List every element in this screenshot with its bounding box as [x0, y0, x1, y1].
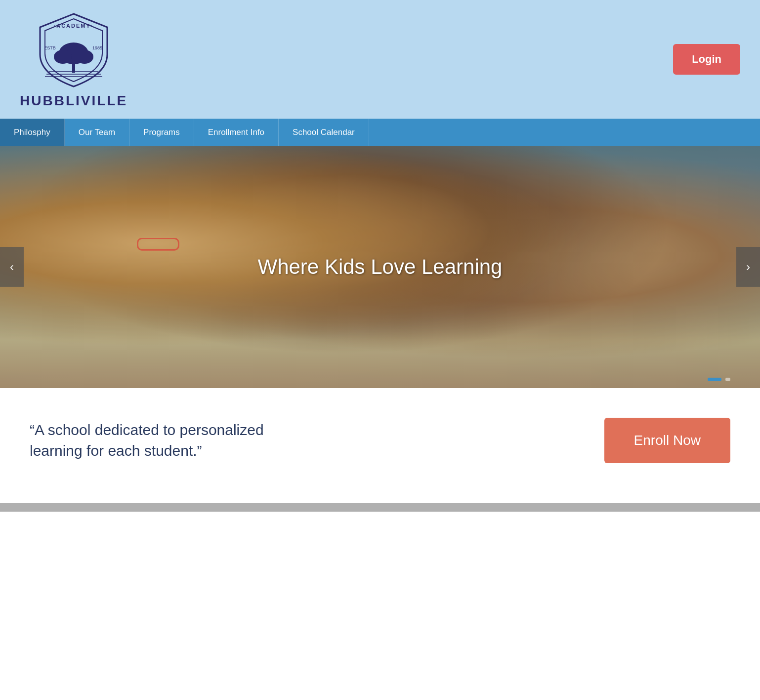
hero-next-button[interactable]: ›	[736, 247, 760, 287]
content-section: “A school dedicated to personalized lear…	[0, 388, 760, 503]
svg-text:ESTB: ESTB	[44, 45, 56, 50]
svg-text:1985: 1985	[92, 45, 102, 50]
hero-prev-button[interactable]: ‹	[0, 247, 24, 287]
svg-text:·ACADEMY·: ·ACADEMY·	[54, 23, 93, 29]
login-button[interactable]: Login	[673, 44, 740, 75]
nav-item-philosphy[interactable]: Philosphy	[0, 119, 65, 146]
school-name-text: HUBBLIVILLE	[20, 93, 127, 109]
logo-area: ·ACADEMY· ESTB 1985 HUBBLIVILLE	[20, 10, 127, 109]
hero-dots	[708, 378, 730, 381]
hero-slider: Where Kids Love Learning ‹ ›	[0, 146, 760, 388]
main-navbar: Philosphy Our Team Programs Enrollment I…	[0, 119, 760, 146]
svg-point-6	[76, 50, 93, 64]
hero-caption: Where Kids Love Learning	[258, 255, 503, 279]
hero-dot-1[interactable]	[708, 378, 721, 381]
tagline-text: “A school dedicated to personalized lear…	[30, 420, 306, 461]
nav-item-school-calendar[interactable]: School Calendar	[279, 119, 369, 146]
logo-shield-icon: ·ACADEMY· ESTB 1985	[34, 10, 113, 89]
hero-dot-2[interactable]	[725, 378, 730, 381]
footer-bar	[0, 503, 760, 512]
site-header: ·ACADEMY· ESTB 1985 HUBBLIVILLE Login	[0, 0, 760, 119]
nav-item-enrollment-info[interactable]: Enrollment Info	[194, 119, 279, 146]
nav-item-programs[interactable]: Programs	[129, 119, 194, 146]
enroll-now-button[interactable]: Enroll Now	[604, 418, 730, 463]
svg-point-5	[54, 50, 72, 64]
nav-item-our-team[interactable]: Our Team	[65, 119, 129, 146]
